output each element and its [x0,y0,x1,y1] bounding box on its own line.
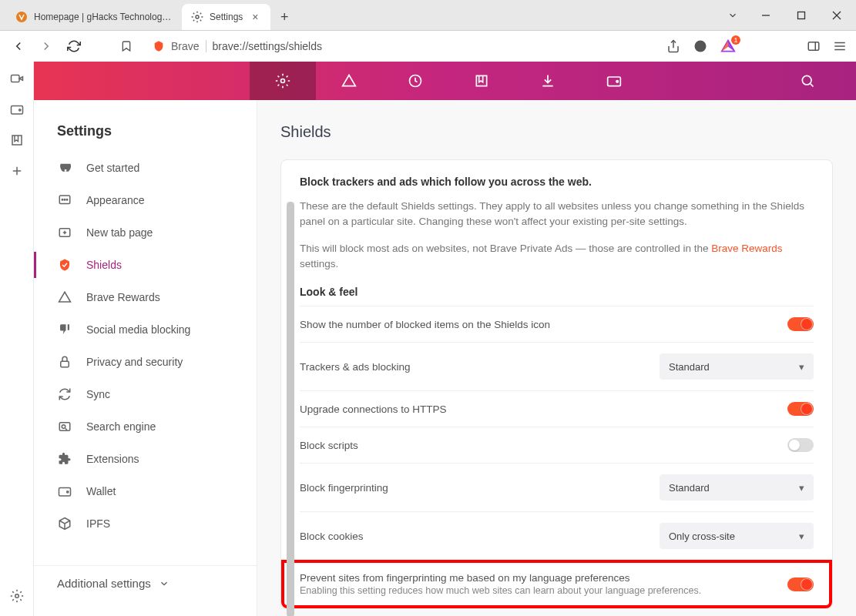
window-titlebar: Homepage | gHacks Technology News Settin… [0,0,856,31]
gear-icon [191,11,203,23]
reload-button[interactable] [65,37,83,55]
nav-general-icon[interactable] [250,62,316,100]
svg-point-22 [15,594,18,598]
chevron-down-icon: ▾ [799,531,804,542]
newtab-icon [57,225,72,240]
share-icon[interactable] [666,39,680,53]
scrollbar-thumb[interactable] [287,202,294,616]
chevron-down-icon: ▾ [799,482,804,494]
row-scripts: Block scripts [300,427,814,463]
sidebar-title: Settings [34,123,257,152]
sidebar-item-get-started[interactable]: Get started [34,152,257,184]
section-look-feel: Look & feel [300,286,814,298]
settings-top-nav [34,62,856,100]
sidebar-item-extensions[interactable]: Extensions [34,443,257,475]
svg-point-1 [196,15,199,18]
row-show-count: Show the number of blocked items on the … [300,306,814,342]
svg-point-31 [62,199,63,201]
nav-bookmarks-icon[interactable] [448,62,515,100]
additional-settings[interactable]: Additional settings [34,565,257,601]
content-area: Settings Get started Appearance New tab … [34,100,856,616]
dropdown-fingerprint[interactable]: Standard ▾ [660,474,814,500]
tab-title: Settings [210,12,243,22]
tab-settings[interactable]: Settings × [182,4,270,30]
url-bar: Brave brave://settings/shields 1 [0,31,856,62]
favicon-ghacks [15,11,28,23]
svg-line-41 [65,428,67,430]
row-https: Upgrade connections to HTTPS [300,390,814,427]
bookmarks-panel-icon[interactable] [9,132,25,148]
app-menu-icon[interactable] [833,39,847,53]
back-button[interactable] [9,37,28,55]
svg-point-43 [67,491,69,493]
shields-card: Block trackers and ads which follow you … [280,159,833,609]
svg-point-33 [66,199,68,201]
vertical-sidebar [0,62,34,616]
row-cookies: Block cookies Only cross-site ▾ [300,511,814,560]
wallet-nav-icon [57,484,72,499]
address-field[interactable]: Brave brave://settings/shields [145,35,657,58]
rewards-icon [57,290,72,305]
bookmark-button[interactable] [117,37,136,55]
svg-point-23 [281,79,285,83]
sidebar-item-sync[interactable]: Sync [34,378,257,410]
svg-point-40 [62,425,65,429]
wallet-icon[interactable] [9,102,25,117]
dropdown-trackers[interactable]: Standard ▾ [660,353,814,380]
minimize-button[interactable] [748,3,784,28]
brave-rewards-link[interactable]: Brave Rewards [711,243,782,254]
close-icon[interactable]: × [249,11,261,23]
svg-point-19 [18,109,20,111]
sidebar-item-appearance[interactable]: Appearance [34,184,257,216]
cube-icon [57,516,72,531]
sidebar-scrollbar[interactable] [287,202,294,616]
window-controls [748,3,854,28]
nav-search-icon[interactable] [774,62,841,100]
sidebar-item-ipfs[interactable]: IPFS [34,507,257,540]
rewards-bat-icon[interactable]: 1 [720,38,736,54]
close-button[interactable] [819,3,854,28]
brave-shield-icon[interactable] [153,40,165,52]
tabs-dropdown[interactable] [717,10,748,21]
forward-button[interactable] [37,37,55,55]
row-language-fingerprint: Prevent sites from fingerprinting me bas… [281,560,832,608]
svg-marker-37 [59,292,71,302]
settings-sidebar: Settings Get started Appearance New tab … [34,100,257,616]
tab-ghacks[interactable]: Homepage | gHacks Technology News [6,4,182,30]
toggle-scripts[interactable] [787,438,814,452]
sidebar-item-privacy[interactable]: Privacy and security [34,346,257,378]
new-tab-button[interactable]: + [274,6,295,28]
toggle-show-count[interactable] [787,317,814,331]
sidebar-item-search[interactable]: Search engine [34,410,257,443]
maximize-button[interactable] [784,3,819,28]
svg-line-29 [811,84,814,87]
card-description-1: These are the default Shields settings. … [300,199,814,230]
rewards-badge: 1 [731,35,740,45]
sync-icon [57,387,72,402]
sidebar-item-social[interactable]: Social media blocking [34,313,257,346]
tab-strip: Homepage | gHacks Technology News Settin… [0,0,717,30]
toggle-https[interactable] [787,402,814,416]
svg-marker-9 [722,41,728,52]
chevron-down-icon [159,578,170,589]
brave-lion-icon[interactable] [693,38,708,54]
sidebar-item-shields[interactable]: Shields [34,249,257,281]
main-panel: Shields Block trackers and ads which fol… [257,100,856,616]
svg-point-0 [16,12,27,22]
settings-gear-icon[interactable] [9,588,25,604]
add-icon[interactable] [9,163,25,179]
sidebar-item-rewards[interactable]: Brave Rewards [34,281,257,313]
dropdown-cookies[interactable]: Only cross-site ▾ [660,523,814,549]
sidebar-item-new-tab[interactable]: New tab page [34,216,257,249]
sidebar-item-wallet[interactable]: Wallet [34,475,257,507]
nav-history-icon[interactable] [382,62,448,100]
row-trackers: Trackers & ads blocking Standard ▾ [300,342,814,390]
nav-downloads-icon[interactable] [515,62,581,100]
url-text: brave://settings/shields [213,40,322,52]
sidebar-toggle-icon[interactable] [807,39,821,53]
nav-wallet-icon[interactable] [581,62,647,100]
svg-point-27 [616,81,619,83]
talk-icon[interactable] [9,71,25,86]
toggle-language-fingerprint[interactable] [787,578,814,591]
nav-rewards-icon[interactable] [316,62,382,100]
